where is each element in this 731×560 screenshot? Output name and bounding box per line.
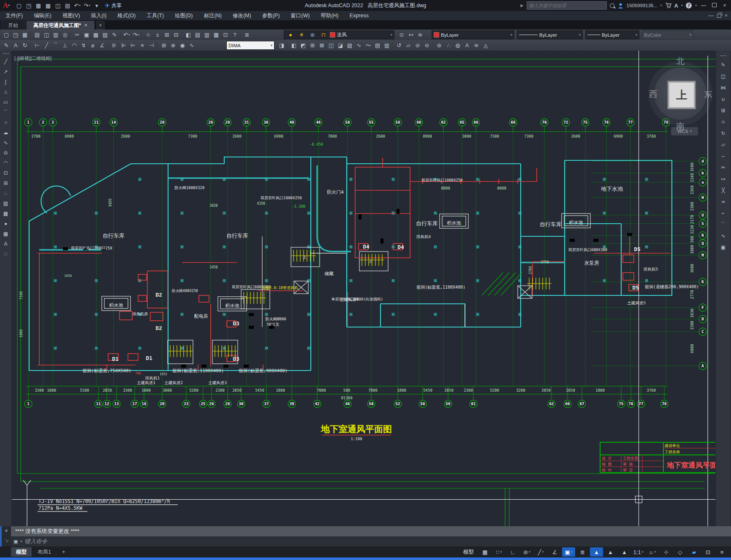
ortho-mode-icon[interactable]: ∟ — [506, 547, 519, 557]
match-properties-icon[interactable]: ✎ — [110, 30, 119, 39]
search-collapse-icon[interactable]: ▶ — [521, 3, 524, 8]
point-style-icon[interactable]: ∷ — [1, 249, 11, 259]
layer-dropdown[interactable]: ●☀⊛⊓ 送风 ▾ — [284, 30, 394, 39]
qplot-icon[interactable]: ◫ — [53, 1, 63, 10]
qredo-icon[interactable]: ↷▾ — [82, 1, 92, 10]
properties-palette-icon[interactable]: ◧ — [184, 30, 193, 39]
polar-tracking-icon[interactable]: ⊘▾ — [520, 547, 533, 557]
revision-cloud-icon[interactable]: ☁ — [1, 128, 11, 137]
view-manager-icon[interactable]: ◬ — [481, 41, 490, 50]
layer-freeze-icon[interactable]: ⊛ — [308, 30, 317, 39]
annotation-scale-flag-icon[interactable]: ▲ — [618, 547, 631, 557]
edit-hatch-icon[interactable]: ▧ — [345, 41, 354, 50]
user-icon[interactable] — [617, 3, 624, 9]
quick-select-icon[interactable]: ⊘ — [413, 41, 422, 50]
draworder-front-icon[interactable]: ◧ — [289, 41, 299, 50]
layout-tab-1[interactable]: 布局1 — [33, 547, 56, 557]
layer-lock-icon[interactable]: ⊓ — [319, 30, 328, 39]
dim-jog-line-icon[interactable]: ∿ — [187, 41, 196, 50]
units-icon[interactable]: ◍ — [453, 41, 462, 50]
wcs-control[interactable]: WCS▾ — [671, 127, 698, 135]
update-fields-icon[interactable]: ↺ — [394, 41, 404, 50]
minimize-button[interactable]: — — [700, 3, 707, 8]
lineweight-dropdown[interactable]: ByLayer▾ — [585, 30, 639, 39]
tab-new-button[interactable]: + — [96, 21, 105, 30]
qprint-icon[interactable]: ▤ — [63, 1, 72, 10]
redo-icon[interactable]: ↷▾ — [131, 30, 141, 39]
spline-icon[interactable]: ∿ — [1, 138, 11, 147]
doc-minimize-button[interactable]: — — [708, 13, 714, 19]
layer-walk-icon[interactable]: ≋ — [472, 41, 481, 50]
edit-polyline-icon[interactable]: ∿ — [354, 41, 364, 50]
grid-display-icon[interactable]: ▦ — [478, 547, 492, 557]
menu-item-2[interactable]: 视图(V) — [57, 11, 86, 20]
object-snap-icon[interactable]: ▣▾ — [562, 547, 575, 557]
compass-east[interactable]: 东 — [704, 89, 712, 100]
linetype-dropdown[interactable]: ByLayer▾ — [517, 30, 583, 39]
customization-icon[interactable]: ≡ — [715, 547, 728, 557]
open-icon[interactable]: ◳ — [11, 30, 20, 39]
menu-item-7[interactable]: 标注(N) — [198, 11, 227, 20]
ellipse-arc-icon[interactable]: ◠ — [1, 158, 11, 168]
layer-on-icon[interactable]: ● — [286, 30, 295, 39]
polygon-icon[interactable]: ⌂ — [1, 87, 11, 97]
qsave-icon[interactable]: ▦ — [34, 1, 43, 10]
fillet-icon[interactable]: ⌒ — [719, 220, 728, 229]
command-input[interactable]: ▣ ▾ 键入命令 — [11, 536, 731, 546]
command-prompt-icon[interactable]: ▣ — [14, 539, 18, 544]
menu-item-0[interactable]: 文件(F) — [0, 11, 28, 20]
dim-jogged-icon[interactable]: ↯ — [79, 41, 88, 50]
workspace-switching-icon[interactable]: ☼▾ — [646, 547, 659, 557]
line-icon[interactable]: ╱ — [1, 57, 11, 66]
menu-item-9[interactable]: 参数(P) — [257, 11, 285, 20]
print-icon[interactable]: ▥ — [51, 30, 60, 39]
hatch-icon[interactable]: ▨ — [1, 199, 11, 208]
copy-clip-icon[interactable]: ▣ — [82, 30, 91, 39]
tab-start[interactable]: 开始 — [1, 21, 25, 30]
dim-style-icon[interactable]: ◨ — [277, 41, 286, 50]
cart-icon[interactable] — [665, 3, 671, 8]
menu-item-12[interactable]: Express — [344, 11, 374, 20]
edit-spline-icon[interactable]: 〜 — [364, 41, 373, 50]
trim-icon[interactable]: ✂ — [719, 163, 728, 172]
annotation-monitor-icon[interactable]: ⊹ — [660, 547, 673, 557]
zoom-previous-icon[interactable]: ⊟ — [171, 30, 181, 39]
dim-text-edit-icon[interactable]: A — [11, 41, 20, 50]
command-close-icon[interactable]: × — [5, 528, 8, 534]
erase-icon[interactable]: ✎ — [719, 60, 728, 70]
dim-inspect-icon[interactable]: ◉ — [178, 41, 187, 50]
rotate-icon[interactable]: ↻ — [719, 129, 728, 138]
isolate-objects-icon[interactable]: ◇ — [674, 547, 687, 557]
join-icon[interactable]: ≍ — [719, 197, 728, 206]
share-button[interactable]: ✈共享 — [105, 2, 122, 9]
pan-icon[interactable]: ⊹ — [144, 30, 153, 39]
paste-icon[interactable]: ▩ — [91, 30, 101, 39]
paste-special-icon[interactable]: ▨ — [101, 30, 110, 39]
plot-preview-icon[interactable]: ◫ — [42, 30, 51, 39]
make-object-layer-current-icon[interactable]: ⊙ — [397, 30, 406, 39]
make-block-icon[interactable]: ⊞ — [1, 179, 11, 188]
model-space-button[interactable]: 模型 — [459, 547, 478, 557]
account-name[interactable]: 1505999135... — [627, 3, 658, 8]
search-icon[interactable] — [610, 3, 614, 8]
doc-restore-button[interactable] — [717, 14, 721, 18]
dim-angular-icon[interactable]: ∠ — [98, 41, 107, 50]
blend-curves-icon[interactable]: ∿ — [719, 231, 728, 241]
layout-tab-0[interactable]: 模型 — [11, 547, 32, 557]
undo-icon[interactable]: ↶▾ — [122, 30, 131, 39]
menu-item-8[interactable]: 修改(M) — [227, 11, 257, 20]
purge-icon[interactable]: ⊖ — [422, 41, 432, 50]
object-scale-icon[interactable]: ▱ — [404, 41, 413, 50]
circle-icon[interactable]: ○ — [1, 118, 11, 127]
layout-tab-2[interactable]: + — [57, 547, 70, 557]
calculator-icon[interactable]: ⊡ — [221, 30, 230, 39]
compass-west[interactable]: 西 — [649, 89, 658, 100]
explode-icon[interactable]: ▣ — [719, 243, 728, 252]
move-icon[interactable]: ⊹ — [719, 117, 728, 127]
publish-icon[interactable]: ◎ — [60, 30, 70, 39]
dimstyle-dropdown[interactable]: DIMA▾ — [226, 41, 274, 50]
command-caret-icon[interactable]: ▾ — [20, 540, 22, 543]
stretch-icon[interactable]: ⇔ — [719, 151, 728, 161]
new-icon[interactable]: ▢ — [2, 30, 11, 39]
layer-sun-icon[interactable]: ☀ — [297, 30, 306, 39]
